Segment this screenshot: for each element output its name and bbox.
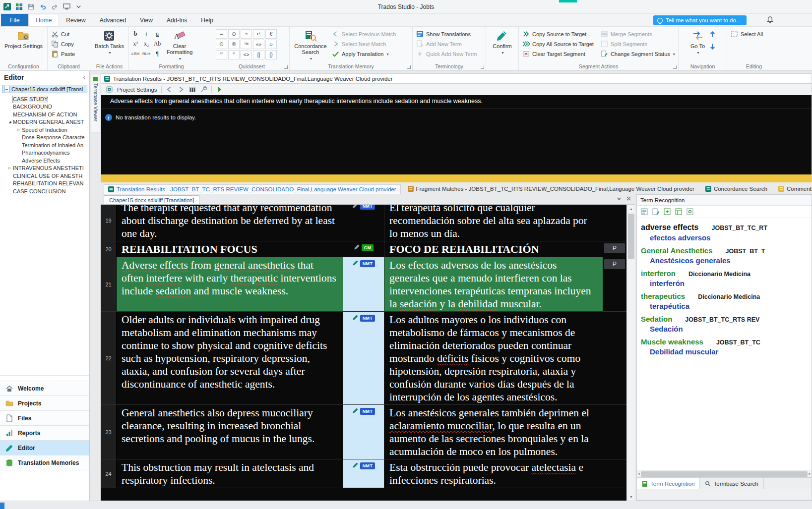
source-cell[interactable]: Older adults or individuals with impaire…: [117, 312, 343, 404]
tree-item-case-conclusion[interactable]: CASE CONCLUSION: [2, 187, 89, 195]
superscript-button[interactable]: x²: [130, 39, 140, 48]
ribbon-tab-view[interactable]: View: [133, 14, 160, 26]
concordance-search-button[interactable]: Concordance Search: [291, 28, 330, 62]
bold-button[interactable]: b: [130, 29, 140, 38]
italic-button[interactable]: i: [141, 29, 151, 38]
view-term-details-icon[interactable]: [639, 207, 649, 217]
panel-tab-comments[interactable]: Comments: [774, 184, 812, 193]
scroll-up-icon[interactable]: ▲: [627, 205, 635, 213]
source-cell[interactable]: REHABILITATION FOCUS: [117, 241, 343, 257]
scrollbar-thumb[interactable]: [628, 214, 634, 259]
apply-translation-button[interactable]: Apply Translation: [330, 49, 398, 59]
target-cell[interactable]: El terapeuta solicitó que cualquier reco…: [384, 205, 603, 241]
scroll-down-icon[interactable]: ▼: [627, 493, 635, 501]
save-icon[interactable]: [27, 2, 35, 11]
batch-tasks-button[interactable]: Batch Tasks: [93, 28, 126, 56]
document-list-dropdown-icon[interactable]: [617, 196, 622, 202]
tree-item-termination-of-inhaled-an[interactable]: Termination of Inhaled An: [2, 141, 89, 149]
hitlist-settings-icon[interactable]: [674, 207, 683, 217]
clear-target-segment-button[interactable]: Clear Target Segment: [520, 49, 596, 59]
term-entry-interferon[interactable]: interferonDiccionario Medicina: [638, 268, 811, 279]
segment-status-cell[interactable]: NMT: [343, 459, 384, 488]
segment-actions-dialog-launcher-icon[interactable]: [673, 65, 677, 69]
quickinsert-glyph-button[interactable]: []: [253, 50, 264, 59]
nav-item-reports[interactable]: Reports: [0, 425, 89, 440]
add-term-icon[interactable]: [662, 207, 672, 217]
select-all-button[interactable]: Select All: [729, 29, 765, 39]
select-next-match-button[interactable]: Select Next Match: [330, 39, 398, 49]
quickinsert-glyph-button[interactable]: {}: [265, 50, 277, 59]
document-tree-root[interactable]: Chaper15.docx.sdlxliff [Transl: [2, 85, 87, 93]
term-entry-muscle-weakness[interactable]: Muscle weaknessJOBST_BT_TC: [638, 337, 811, 347]
copy-button[interactable]: Copy: [49, 39, 76, 49]
copy-source-to-target-button[interactable]: Copy Source to Target: [520, 29, 596, 39]
source-cell[interactable]: This obstruction may result in atelectas…: [117, 459, 343, 488]
term-translation[interactable]: Debilidad muscular: [638, 347, 811, 359]
add-new-term-button[interactable]: Add New Term: [414, 39, 464, 49]
nav-item-welcome[interactable]: Welcome: [0, 381, 89, 396]
next-result-icon[interactable]: [177, 86, 185, 93]
tree-item-mechanism-of-action[interactable]: MECHANISM OF ACTION: [2, 111, 89, 118]
expand-results-icon[interactable]: [216, 86, 223, 93]
change-case-button[interactable]: Ab: [152, 39, 162, 48]
machine-translation-icon[interactable]: [188, 86, 196, 93]
quickinsert-glyph-button[interactable]: ‘’: [228, 50, 240, 59]
term-translation[interactable]: terapéutica: [638, 301, 811, 314]
quickinsert-glyph-button[interactable]: ©: [216, 40, 227, 49]
panel-tab-concordance-search[interactable]: Concordance Search: [701, 184, 771, 193]
collapse-sidebar-icon[interactable]: ‹: [83, 73, 85, 81]
quickinsert-glyph-button[interactable]: ™: [241, 40, 252, 49]
paragraph-structure-badge[interactable]: P: [604, 259, 625, 269]
preview-icon[interactable]: [62, 2, 71, 11]
quickinsert-glyph-button[interactable]: –: [216, 29, 227, 39]
target-cell[interactable]: Los efectos adversos de los anestésicos …: [384, 257, 603, 311]
scroll-left-icon[interactable]: ◂: [638, 472, 640, 476]
target-cell[interactable]: Esta obstrucción puede provocar atelecta…: [384, 459, 603, 488]
terminology-dialog-launcher-icon[interactable]: [481, 65, 484, 69]
ribbon-tab-add-ins[interactable]: Add-Ins: [160, 14, 194, 26]
term-entry-general-anesthetics[interactable]: General AnestheticsJOBST_BT_T: [638, 245, 811, 256]
tree-item-clinical-use-of-anesth[interactable]: CLINICAL USE OF ANESTH: [2, 172, 89, 180]
segment-status-cell[interactable]: NMT: [343, 257, 384, 311]
termbase-settings-icon[interactable]: [685, 207, 694, 217]
tree-item-modern-general-anest[interactable]: ◢MODERN GENERAL ANEST: [2, 118, 89, 126]
ribbon-tab-home[interactable]: Home: [28, 14, 59, 26]
quickinsert-glyph-button[interactable]: ‹›: [265, 40, 277, 49]
select-previous-match-button[interactable]: Select Previous Match: [330, 29, 398, 39]
segment-status-cell[interactable]: NMT: [343, 205, 384, 241]
tree-item-pharmacodynamics[interactable]: Pharmacodynamics: [2, 149, 89, 157]
lrh-button[interactable]: LRH: [130, 49, 140, 58]
segment-status-cell[interactable]: CM: [343, 241, 384, 257]
tree-item-rehabilitation-relevan[interactable]: REHABILITATION RELEVAN: [2, 180, 89, 188]
cut-button[interactable]: Cut: [49, 29, 71, 39]
clear-formatting-button[interactable]: A Clear Formatting: [162, 28, 197, 62]
term-panel-tab-term-recognition[interactable]: Term Recognition: [637, 478, 700, 489]
tell-me-box[interactable]: Tell me what you want to do...: [653, 15, 747, 25]
term-translation[interactable]: efectos adversos: [638, 233, 811, 245]
notifications-icon[interactable]: [766, 16, 774, 25]
tree-item-adverse-effects[interactable]: Adverse Effects: [2, 157, 89, 165]
panel-tab-translation-results[interactable]: Translation Results - JOBST_BT_TC_RTS RE…: [104, 184, 401, 194]
nav-item-editor[interactable]: Editor: [0, 440, 89, 455]
term-translation[interactable]: Anestésicos generales: [638, 256, 811, 268]
settings-wrench-icon[interactable]: [200, 86, 207, 93]
tree-item-dose-response-characte[interactable]: Dose-Response Characte: [2, 134, 89, 142]
confirm-button[interactable]: Confirm: [491, 28, 514, 56]
hscrollbar-thumb[interactable]: [641, 471, 808, 477]
quickinsert-glyph-button[interactable]: ○: [241, 29, 252, 39]
ribbon-tab-review[interactable]: Review: [59, 14, 92, 26]
quick-add-new-term-button[interactable]: Quick Add New Term: [414, 49, 479, 59]
term-entry-therapeutics[interactable]: therapeuticsDiccionario Medicina: [638, 291, 811, 301]
pilcrow-button[interactable]: ¶: [152, 49, 162, 58]
redo-icon[interactable]: [51, 2, 59, 11]
merge-segments-button[interactable]: Merge Segments: [599, 29, 677, 39]
source-cell[interactable]: Adverse effects from general anesthetics…: [117, 257, 343, 311]
subscript-button[interactable]: x₂: [141, 39, 151, 48]
editor-vertical-scrollbar[interactable]: ▲ ▼: [626, 205, 635, 501]
tree-item-speed-of-induction[interactable]: ▷Speed of Induction: [2, 126, 89, 134]
tree-item-background[interactable]: BACKGROUND: [2, 103, 89, 111]
expand-icon[interactable]: ▷: [7, 166, 13, 170]
project-settings-button[interactable]: Project Settings: [2, 28, 45, 49]
quick-access-dropdown-icon[interactable]: [74, 2, 83, 11]
go-to-button[interactable]: Go To: [688, 28, 707, 56]
